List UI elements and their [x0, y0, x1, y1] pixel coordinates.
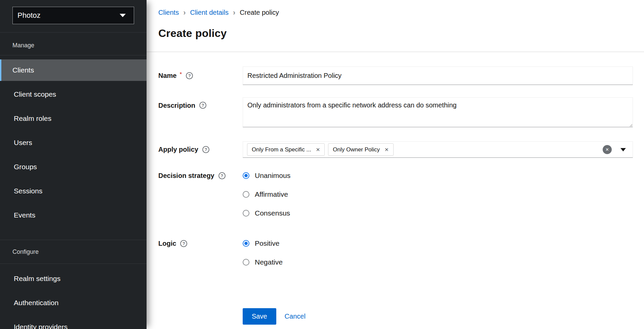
sidebar-item-label: Clients [12, 66, 34, 74]
radio-label: Unanimous [255, 172, 290, 180]
realm-selector[interactable]: Photoz [12, 7, 134, 24]
create-policy-form: Name * ? Description ? Only administrato… [147, 52, 644, 325]
sidebar-item-realm-roles[interactable]: Realm roles [0, 108, 147, 129]
nav-configure: Realm settings Authentication Identity p… [0, 264, 147, 329]
page-title: Create policy [158, 27, 644, 40]
realm-selector-value: Photoz [17, 11, 41, 20]
radio-consensus[interactable]: Consensus [243, 208, 633, 218]
radio-input[interactable] [243, 210, 249, 217]
help-icon[interactable]: ? [199, 102, 206, 109]
chip-only-from-a-specific: Only From a Specific ... ✕ [247, 143, 325, 156]
sidebar-item-label: Realm roles [14, 114, 51, 123]
sidebar-item-groups[interactable]: Groups [0, 156, 147, 178]
radio-input-checked[interactable] [243, 172, 249, 179]
description-control-cell: Only administrators from a specific netw… [243, 97, 633, 129]
main-content: Clients › Client details › Create policy… [147, 0, 644, 329]
sidebar-item-authentication[interactable]: Authentication [0, 292, 147, 314]
required-indicator: * [179, 71, 182, 78]
radio-input-checked[interactable] [243, 240, 249, 247]
breadcrumb-separator-icon: › [233, 9, 235, 16]
name-input[interactable] [243, 66, 633, 85]
radio-input[interactable] [243, 259, 249, 266]
form-actions: Save Cancel [243, 308, 633, 325]
breadcrumb-separator-icon: › [183, 9, 186, 16]
radio-negative[interactable]: Negative [243, 257, 633, 267]
sidebar-item-sessions[interactable]: Sessions [0, 180, 147, 202]
page-header: Clients › Client details › Create policy… [147, 0, 644, 52]
description-row: Description ? Only administrators from a… [158, 97, 633, 129]
sidebar-item-label: Events [14, 211, 35, 219]
logic-radio-group: Positive Negative [243, 239, 633, 267]
caret-down-icon[interactable] [620, 148, 626, 151]
chip-label: Only From a Specific ... [252, 146, 311, 153]
nav-manage: Clients Client scopes Realm roles Users … [0, 55, 147, 233]
breadcrumb-current: Create policy [240, 9, 279, 16]
cancel-link[interactable]: Cancel [285, 313, 306, 320]
sidebar: Photoz Manage Clients Client scopes Real… [0, 0, 147, 329]
chip-close-icon[interactable]: ✕ [316, 147, 320, 152]
radio-affirmative[interactable]: Affirmative [243, 190, 633, 199]
decision-strategy-label-cell: Decision strategy ? [158, 171, 243, 180]
description-label-cell: Description ? [158, 97, 243, 129]
radio-label: Positive [255, 239, 280, 247]
logic-label: Logic [158, 240, 176, 247]
sidebar-item-events[interactable]: Events [0, 204, 147, 226]
radio-input[interactable] [243, 191, 249, 198]
radio-label: Negative [255, 258, 283, 266]
name-label-cell: Name * ? [158, 66, 243, 85]
apply-policy-label: Apply policy [158, 146, 198, 153]
apply-policy-control-cell: Only From a Specific ... ✕ Only Owner Po… [243, 141, 633, 158]
breadcrumb-link-clients[interactable]: Clients [158, 9, 179, 16]
sidebar-item-realm-settings[interactable]: Realm settings [0, 268, 147, 289]
decision-strategy-radio-group: Unanimous Affirmative Consensus [243, 171, 633, 218]
logic-row: Logic ? Positive Negative [158, 239, 633, 267]
sidebar-item-label: Realm settings [14, 275, 61, 283]
nav-section-header-configure: Configure [0, 240, 147, 264]
clear-all-icon[interactable]: ✕ [603, 145, 612, 154]
sidebar-item-label: Identity providers [14, 323, 68, 329]
help-icon[interactable]: ? [180, 240, 187, 247]
sidebar-item-identity-providers[interactable]: Identity providers [0, 316, 147, 329]
radio-label: Affirmative [255, 190, 288, 198]
logic-label-cell: Logic ? [158, 239, 243, 248]
save-button[interactable]: Save [243, 308, 276, 325]
actions-spacer [158, 308, 243, 325]
name-control-cell [243, 66, 633, 85]
help-icon[interactable]: ? [202, 146, 209, 153]
sidebar-item-client-scopes[interactable]: Client scopes [0, 84, 147, 105]
sidebar-item-label: Groups [14, 163, 37, 171]
radio-unanimous[interactable]: Unanimous [243, 171, 633, 180]
breadcrumb-link-client-details[interactable]: Client details [190, 9, 229, 16]
apply-policy-label-cell: Apply policy ? [158, 141, 243, 158]
decision-strategy-row: Decision strategy ? Unanimous Affirmativ… [158, 171, 633, 218]
breadcrumb: Clients › Client details › Create policy [158, 9, 644, 16]
chip-close-icon[interactable]: ✕ [385, 147, 389, 152]
sidebar-item-clients[interactable]: Clients [0, 59, 147, 81]
sidebar-masthead: Photoz [0, 0, 147, 33]
help-icon[interactable]: ? [186, 72, 193, 79]
chip-only-owner-policy: Only Owner Policy ✕ [328, 143, 393, 156]
form-actions-row: Save Cancel [158, 308, 633, 325]
caret-down-icon [120, 14, 126, 17]
description-textarea[interactable]: Only administrators from a specific netw… [243, 97, 633, 127]
decision-strategy-label: Decision strategy [158, 172, 214, 180]
name-label: Name [158, 72, 176, 80]
sidebar-item-users[interactable]: Users [0, 132, 147, 153]
sidebar-item-label: Sessions [14, 187, 42, 195]
apply-policy-multiselect[interactable]: Only From a Specific ... ✕ Only Owner Po… [243, 141, 633, 158]
radio-label: Consensus [255, 209, 290, 217]
sidebar-item-label: Authentication [14, 299, 58, 307]
app-window: Photoz Manage Clients Client scopes Real… [0, 0, 644, 329]
help-icon[interactable]: ? [218, 172, 226, 179]
sidebar-item-label: Client scopes [14, 90, 56, 98]
radio-positive[interactable]: Positive [243, 239, 633, 248]
sidebar-item-label: Users [14, 139, 32, 147]
apply-policy-row: Apply policy ? Only From a Specific ... … [158, 141, 633, 158]
description-label: Description [158, 102, 195, 109]
nav-section-header-manage: Manage [0, 33, 147, 55]
name-row: Name * ? [158, 66, 633, 85]
chip-label: Only Owner Policy [333, 146, 380, 153]
